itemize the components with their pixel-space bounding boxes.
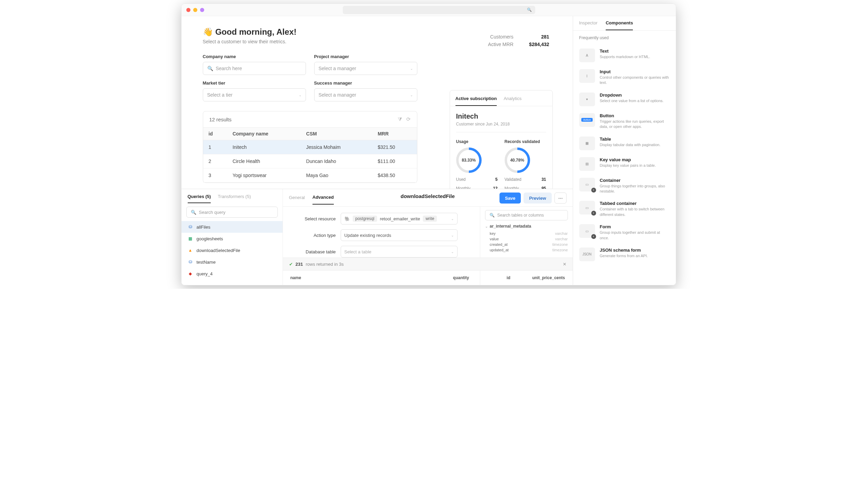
schema-table-node[interactable]: ⌄ ar_internal_metadata bbox=[485, 224, 568, 229]
rcol-unit[interactable]: unit_price_cents bbox=[510, 275, 565, 280]
component-item[interactable]: ▭+ Form Group inputs together and submit… bbox=[573, 221, 676, 244]
tier-select[interactable]: Select a tier ⌄ bbox=[203, 88, 306, 101]
tier-placeholder: Select a tier bbox=[207, 92, 296, 98]
component-desc: Display tabular data with pagination. bbox=[600, 142, 661, 147]
tab-advanced[interactable]: Advanced bbox=[312, 195, 334, 205]
component-item[interactable]: ▤ Key value map Display key value pairs … bbox=[573, 154, 676, 174]
search-icon: 🔍 bbox=[490, 213, 495, 218]
col-company[interactable]: Company name bbox=[227, 128, 300, 140]
validated-label: Validated bbox=[505, 177, 521, 182]
results-count: 12 results bbox=[209, 117, 232, 122]
tab-active-subscription[interactable]: Active subscription bbox=[455, 92, 497, 106]
col-id[interactable]: id bbox=[203, 128, 227, 140]
results-table-card: 12 results ⧩ ⟳ id Company name CSM MRR bbox=[203, 111, 417, 183]
resource-name: retool_emailer_write bbox=[380, 216, 420, 221]
rcol-name[interactable]: name bbox=[290, 275, 428, 280]
tab-queries[interactable]: Queries (5) bbox=[188, 194, 211, 203]
component-desc: Supports markdown or HTML. bbox=[600, 54, 650, 59]
refresh-icon[interactable]: ⟳ bbox=[406, 116, 411, 122]
database-icon: ⛁ bbox=[188, 224, 193, 230]
cell-csm: Jessica Mohaim bbox=[301, 140, 372, 154]
cell-mrr: $111.00 bbox=[372, 154, 417, 168]
query-name: googlesheets bbox=[197, 236, 223, 241]
table-row[interactable]: 2 Circle Health Duncan Idaho $111.00 bbox=[203, 154, 417, 168]
component-title: Dropdown bbox=[600, 92, 664, 98]
tab-general[interactable]: General bbox=[289, 195, 305, 204]
success-manager-select[interactable]: Select a manager ⌄ bbox=[314, 88, 417, 101]
chevron-down-icon: ⌄ bbox=[410, 67, 413, 70]
component-title: Form bbox=[600, 224, 670, 229]
cell-company: Yogi sportswear bbox=[227, 168, 300, 183]
query-item[interactable]: ⛁allFiles bbox=[182, 221, 283, 233]
component-item[interactable]: I Input Control other components or quer… bbox=[573, 66, 676, 89]
table-label: Database table bbox=[291, 249, 336, 254]
postgres-icon: 🐘 bbox=[344, 216, 350, 221]
query-item[interactable]: ◆query_4 bbox=[182, 268, 283, 280]
status-message: rows returned in 3s bbox=[306, 262, 344, 267]
component-item[interactable]: ▦ Table Display tabular data with pagina… bbox=[573, 133, 676, 154]
omnibox-search[interactable]: 🔍 bbox=[343, 6, 535, 14]
component-icon: ▤ bbox=[579, 157, 595, 171]
schema-column[interactable]: keyvarchar bbox=[485, 231, 568, 236]
component-item[interactable]: JSON JSON schema form Generate forms fro… bbox=[573, 244, 676, 265]
query-editor-panel: Queries (5) Transformers (5) 🔍 Search qu… bbox=[182, 189, 573, 285]
component-item[interactable]: Action Button Trigger actions like run q… bbox=[573, 110, 676, 133]
chevron-down-icon: ⌄ bbox=[451, 233, 454, 237]
action-select[interactable]: Update existing records ⌄ bbox=[341, 229, 458, 241]
tab-inspector[interactable]: Inspector bbox=[579, 20, 597, 30]
kpi-customers-label: Customers bbox=[490, 34, 514, 40]
component-desc: Display key value pairs in a table. bbox=[600, 163, 656, 168]
filter-icon[interactable]: ⧩ bbox=[398, 116, 402, 122]
table-select[interactable]: Select a table ⌄ bbox=[341, 246, 458, 258]
schema-table-name: ar_internal_metadata bbox=[490, 224, 531, 229]
component-title: Key value map bbox=[600, 157, 656, 162]
col-mrr[interactable]: MRR bbox=[372, 128, 417, 140]
tab-analytics[interactable]: Analytics bbox=[504, 92, 521, 106]
table-row[interactable]: 3 Yogi sportswear Maya Gao $438.50 bbox=[203, 168, 417, 183]
minimize-window-icon[interactable] bbox=[193, 8, 197, 12]
table-row[interactable]: 1 Initech Jessica Mohaim $321.50 bbox=[203, 140, 417, 154]
cell-id: 1 bbox=[203, 140, 227, 154]
component-item[interactable]: ▭+ Tabbed container Container with a tab… bbox=[573, 197, 676, 221]
more-button[interactable]: ⋯ bbox=[554, 193, 567, 204]
success-placeholder: Select a manager bbox=[319, 92, 407, 98]
rcol-id[interactable]: id bbox=[469, 275, 510, 280]
query-item[interactable]: ▲downloadSelectedFile bbox=[182, 244, 283, 256]
preview-button[interactable]: Preview bbox=[524, 193, 551, 204]
tab-components[interactable]: Components bbox=[606, 20, 633, 30]
search-input[interactable]: 🔍 Search here bbox=[203, 62, 306, 75]
close-icon[interactable]: ✕ bbox=[563, 262, 567, 267]
schema-search-input[interactable]: 🔍 Search tables or columns bbox=[485, 210, 568, 220]
component-item[interactable]: A Text Supports markdown or HTML. bbox=[573, 45, 676, 66]
query-search-input[interactable]: 🔍 Search query bbox=[186, 207, 278, 218]
component-item[interactable]: ▾ Dropdown Select one value from a list … bbox=[573, 89, 676, 110]
kpi-block: Customers 281 Active MRR $284,432 bbox=[488, 34, 549, 49]
records-pct: 40.78% bbox=[510, 158, 524, 163]
save-button[interactable]: Save bbox=[499, 193, 521, 204]
schema-column[interactable]: created_attimezone bbox=[485, 242, 568, 247]
schema-search-placeholder: Search tables or columns bbox=[497, 213, 563, 218]
cell-company: Circle Health bbox=[227, 154, 300, 168]
kpi-mrr-label: Active MRR bbox=[488, 42, 514, 47]
col-csm[interactable]: CSM bbox=[301, 128, 372, 140]
maximize-window-icon[interactable] bbox=[200, 8, 204, 12]
resource-db-tag: postgresql bbox=[353, 216, 377, 222]
query-item[interactable]: ⛁testName bbox=[182, 256, 283, 268]
resource-mode-tag: write bbox=[423, 216, 437, 222]
resource-select[interactable]: 🐘 postgresql retool_emailer_write write … bbox=[341, 213, 458, 224]
usage-monthly-label: Monthly bbox=[456, 186, 471, 189]
component-item[interactable]: ▭+ Container Group things together into … bbox=[573, 174, 676, 198]
project-manager-select[interactable]: Select a manager ⌄ bbox=[314, 62, 417, 75]
component-icon: ▾ bbox=[579, 92, 595, 106]
records-monthly-value: 95 bbox=[541, 186, 546, 189]
schema-column[interactable]: updated_attimezone bbox=[485, 247, 568, 253]
query-name: query_4 bbox=[197, 271, 213, 276]
schema-column[interactable]: valuevarchar bbox=[485, 236, 568, 242]
filter-tier-label: Market tier bbox=[203, 80, 306, 86]
tab-transformers[interactable]: Transformers (5) bbox=[218, 194, 251, 203]
component-title: Button bbox=[600, 113, 670, 118]
component-title: Container bbox=[600, 178, 670, 183]
query-item[interactable]: ▦googlesheets bbox=[182, 233, 283, 244]
close-window-icon[interactable] bbox=[186, 8, 190, 12]
rcol-quantity[interactable]: quantity bbox=[428, 275, 469, 280]
